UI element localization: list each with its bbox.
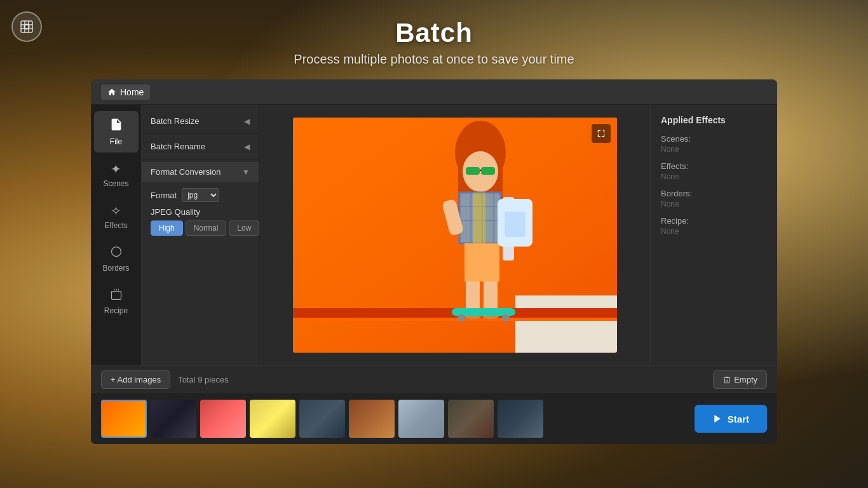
thumbnail-5[interactable] [349,400,395,438]
format-row: Format jpg png webp tiff [151,188,250,202]
borders-effect-label: Borders: [661,189,767,198]
format-conversion-expanded: Format jpg png webp tiff JPEG Quality Hi… [142,182,259,242]
thumbnail-7[interactable] [448,400,494,438]
sidebar-item-borders[interactable]: Borders [94,239,139,279]
quality-buttons: High Normal Low [151,220,250,236]
effect-effects: Effects: None [661,161,767,181]
svg-rect-21 [473,193,485,243]
sidebar-item-scenes[interactable]: ✦ Scenes [94,155,139,194]
effect-recipe: Recipe: None [661,216,767,236]
borders-icon [110,245,123,261]
svg-point-29 [458,314,465,322]
file-icon [109,118,123,135]
svg-point-30 [502,314,510,322]
effects-icon: ✧ [111,203,121,219]
quality-high-btn[interactable]: High [151,220,183,236]
batch-resize-label: Batch Resize [151,116,200,126]
effects-effect-label: Effects: [661,161,767,171]
svg-rect-23 [465,243,499,281]
page-subtitle: Process multiple photos at once to save … [0,52,868,67]
thumbnail-8[interactable] [498,400,543,438]
quality-low-btn[interactable]: Low [229,220,259,236]
start-button[interactable]: Start [695,405,767,433]
home-button[interactable]: Home [101,85,150,100]
recipe-effect-value: None [661,227,767,236]
format-label: Format [151,191,177,200]
format-conversion-label: Format Conversion [151,167,221,177]
svg-rect-33 [505,212,526,237]
scenes-nav-label: Scenes [103,179,128,188]
thumbnail-4[interactable] [299,400,345,438]
effect-scenes: Scenes: None [661,134,767,154]
scenes-icon: ✦ [111,161,121,177]
page-header: Batch Process multiple photos at once to… [0,0,868,79]
batch-resize-arrow: ◀ [244,117,250,126]
empty-label: Empty [734,375,757,384]
bottom-toolbar: + Add images Total 9 pieces Empty [91,365,777,393]
effects-effect-value: None [661,172,767,181]
window-titlebar: Home [91,79,777,105]
panel-divider-1 [142,133,259,134]
sidebar-item-file[interactable]: File [94,111,139,152]
batch-rename-panel[interactable]: Batch Rename ◀ [142,137,259,156]
applied-effects-panel: Applied Effects Scenes: None Effects: No… [650,105,777,365]
sidebar-nav: File ✦ Scenes ✧ Effects Borders [91,105,142,365]
thumbnail-1[interactable] [151,400,196,438]
thumbnail-3[interactable] [250,400,295,438]
home-label: Home [120,87,144,97]
svg-rect-5 [515,295,617,353]
main-image-container [293,118,617,353]
svg-rect-12 [481,167,495,175]
svg-rect-7 [293,318,617,321]
sidebar-item-effects[interactable]: ✧ Effects [94,197,139,236]
svg-rect-0 [21,21,32,32]
sidebar-item-recipe[interactable]: Recipe [94,281,139,322]
page-title: Batch [0,18,868,48]
file-nav-label: File [110,137,122,146]
image-content [293,118,617,353]
svg-rect-11 [466,167,480,175]
empty-button[interactable]: Empty [713,370,767,389]
applied-effects-title: Applied Effects [661,115,767,125]
thumbnail-0[interactable] [101,400,147,438]
batch-resize-panel[interactable]: Batch Resize ◀ [142,111,259,131]
start-label: Start [728,414,749,424]
recipe-effect-label: Recipe: [661,216,767,226]
panel-divider-2 [142,159,259,159]
thumbnail-6[interactable] [398,400,444,438]
scenes-effect-label: Scenes: [661,134,767,144]
jpeg-quality-label: JPEG Quality [151,207,250,217]
format-select[interactable]: jpg png webp tiff [182,188,219,202]
recipe-icon [110,288,123,304]
quality-normal-btn[interactable]: Normal [186,220,227,236]
scenes-effect-value: None [661,145,767,154]
batch-rename-label: Batch Rename [151,142,205,151]
svg-point-2 [111,247,121,257]
format-conversion-panel[interactable]: Format Conversion ▼ [142,162,259,182]
expand-button[interactable] [592,124,611,143]
panels-area: Batch Resize ◀ Batch Rename ◀ Format Con… [142,105,259,365]
total-pieces-text: Total 9 pieces [178,375,705,384]
batch-rename-arrow: ◀ [244,142,250,151]
borders-effect-value: None [661,200,767,208]
add-images-label: + Add images [111,375,161,384]
app-window: Home File ✦ Scenes ✧ Effects [91,79,777,444]
image-canvas [259,105,650,365]
format-conversion-arrow: ▼ [242,168,250,177]
thumbnail-2[interactable] [200,400,246,438]
window-body: File ✦ Scenes ✧ Effects Borders [91,105,777,365]
borders-nav-label: Borders [102,264,129,273]
effects-nav-label: Effects [104,221,127,230]
thumbnail-strip: Start [91,393,777,444]
app-icon[interactable] [11,11,42,42]
effect-borders: Borders: None [661,189,767,208]
recipe-nav-label: Recipe [104,306,128,315]
add-images-button[interactable]: + Add images [101,370,170,389]
